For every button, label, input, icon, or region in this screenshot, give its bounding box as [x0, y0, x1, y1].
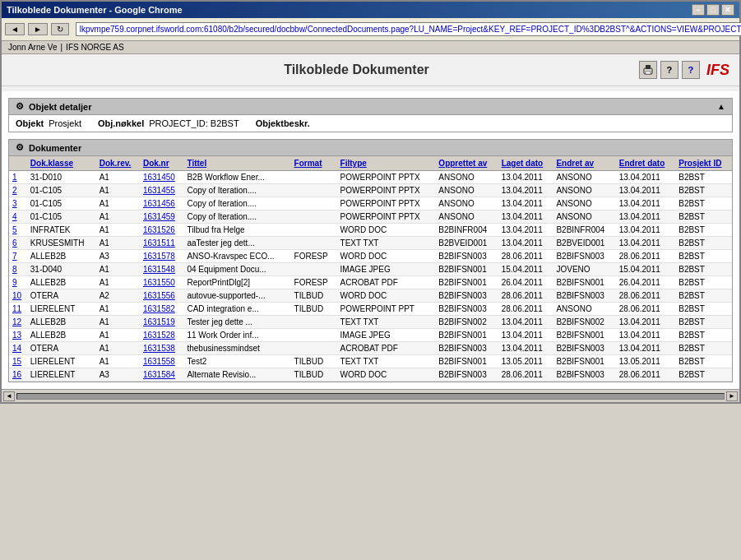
- row-number: 16: [9, 368, 27, 382]
- cell-6: POWERPOINT PPTX: [337, 197, 436, 211]
- cell-4: Test2: [183, 355, 290, 368]
- cell-1: 31-D040: [27, 263, 96, 276]
- col-dok-rev: Dok.rev.: [96, 156, 140, 171]
- help-icon[interactable]: ?: [660, 61, 678, 79]
- scroll-left-button[interactable]: ◄: [3, 391, 15, 401]
- cell-3: 1631519: [140, 316, 184, 329]
- browser-window: Tilkoblede Dokumenter - Google Chrome − …: [0, 0, 741, 404]
- cell-4: thebusinessmindset: [183, 342, 290, 355]
- cell-9: ANSONO: [553, 211, 615, 224]
- row-number: 6: [9, 237, 27, 250]
- table-header-row: Dok.klasse Dok.rev. Dok.nr Tittel Format…: [9, 156, 732, 171]
- cell-9: B2BIFSN002: [553, 316, 615, 329]
- cell-1: OTERA: [27, 342, 96, 355]
- col-num: [9, 156, 27, 171]
- cell-9: JOVENO: [553, 263, 615, 276]
- col-endret-av: Endret av: [553, 156, 615, 171]
- cell-10: 13.04.2011: [616, 211, 675, 224]
- cell-11: B2BST: [675, 197, 732, 211]
- cell-1: LIERELENT: [27, 303, 96, 316]
- cell-7: B2BIFSN001: [435, 263, 498, 276]
- cell-7: B2BIFSN002: [435, 316, 498, 329]
- close-button[interactable]: ✕: [721, 4, 734, 16]
- object-details-body: Objekt Prosjekt Obj.nøkkel PROJECT_ID: B…: [9, 115, 732, 132]
- cell-10: 13.04.2011: [616, 329, 675, 342]
- scroll-right-button[interactable]: ►: [726, 391, 738, 401]
- cell-8: 13.04.2011: [498, 342, 553, 355]
- col-opprettet-av: Opprettet av: [435, 156, 498, 171]
- cell-3: 1631455: [140, 184, 184, 197]
- table-row: 11LIERELENTA11631582CAD integration e...…: [9, 303, 732, 316]
- cell-8: 28.06.2011: [498, 289, 553, 303]
- cell-8: 28.06.2011: [498, 303, 553, 316]
- forward-button[interactable]: ►: [28, 23, 48, 35]
- cell-11: B2BST: [675, 289, 732, 303]
- col-laget-dato: Laget dato: [498, 156, 553, 171]
- cell-1: KRUSESMITH: [27, 237, 96, 250]
- cell-11: B2BST: [675, 171, 732, 184]
- col-dok-nr: Dok.nr: [140, 156, 184, 171]
- cell-10: 13.04.2011: [616, 197, 675, 211]
- cell-1: 01-C105: [27, 184, 96, 197]
- cell-10: 26.04.2011: [616, 276, 675, 289]
- cell-11: B2BST: [675, 329, 732, 342]
- collapse-button[interactable]: ▲: [717, 102, 725, 111]
- cell-9: B2BIFSN003: [553, 289, 615, 303]
- col-filtype: Filtype: [337, 156, 436, 171]
- cell-11: B2BST: [675, 237, 732, 250]
- cell-11: B2BST: [675, 211, 732, 224]
- cell-6: TEXT TXT: [337, 355, 436, 368]
- cell-8: 13.04.2011: [498, 171, 553, 184]
- address-bar[interactable]: lkpvmpe759.corpnet.ifsworld.com:61080/b2…: [76, 22, 741, 36]
- cell-4: B2B Workflow Ener...: [183, 171, 290, 184]
- table-row: 12ALLEB2BA11631519Tester jeg dette ...TE…: [9, 316, 732, 329]
- documents-section: ⚙ Dokumenter Dok.klasse Dok.rev. Dok.nr …: [8, 139, 733, 382]
- cell-4: autovue-supported-...: [183, 289, 290, 303]
- address-text: lkpvmpe759.corpnet.ifsworld.com:61080/b2…: [80, 25, 741, 34]
- back-button[interactable]: ◄: [5, 23, 25, 35]
- cell-6: IMAGE JPEG: [337, 263, 436, 276]
- table-row: 7ALLEB2BA31631578ANSO-Kravspec ECO...FOR…: [9, 250, 732, 263]
- cell-8: 13.04.2011: [498, 237, 553, 250]
- cell-1: OTERA: [27, 289, 96, 303]
- table-row: 15LIERELENTA11631558Test2TILBUDTEXT TXTB…: [9, 355, 732, 368]
- table-row: 401-C105A11631459Copy of Iteration....PO…: [9, 211, 732, 224]
- cell-2: A1: [96, 211, 140, 224]
- col-endret-dato: Endret dato: [616, 156, 675, 171]
- header-icons: ? ? IFS: [639, 61, 733, 79]
- cell-7: B2BIFSN003: [435, 303, 498, 316]
- cell-10: 13.04.2011: [616, 316, 675, 329]
- title-bar: Tilkoblede Dokumenter - Google Chrome − …: [2, 2, 739, 18]
- cell-6: POWERPOINT PPTX: [337, 171, 436, 184]
- cell-6: IMAGE JPEG: [337, 329, 436, 342]
- cell-2: A1: [96, 197, 140, 211]
- scroll-track[interactable]: [16, 393, 725, 400]
- cell-8: 13.04.2011: [498, 316, 553, 329]
- maximize-button[interactable]: □: [706, 4, 720, 16]
- cell-7: ANSONO: [435, 171, 498, 184]
- table-row: 201-C105A11631455Copy of Iteration....PO…: [9, 184, 732, 197]
- cell-3: 1631584: [140, 368, 184, 382]
- cell-9: B2BINFR004: [553, 224, 615, 237]
- cell-2: A1: [96, 263, 140, 276]
- horizontal-scrollbar[interactable]: ◄ ►: [2, 389, 739, 402]
- table-row: 9ALLEB2BA11631550ReportPrintDlg[2]FORESP…: [9, 276, 732, 289]
- cell-8: 26.04.2011: [498, 276, 553, 289]
- row-number: 13: [9, 329, 27, 342]
- info-icon[interactable]: ?: [682, 61, 700, 79]
- cell-8: 28.06.2011: [498, 368, 553, 382]
- documents-table-container: Dok.klasse Dok.rev. Dok.nr Tittel Format…: [9, 156, 732, 382]
- cell-9: B2BIFSN001: [553, 276, 615, 289]
- table-row: 16LIERELENTA31631584Alternate Revisio...…: [9, 368, 732, 382]
- row-number: 7: [9, 250, 27, 263]
- row-number: 2: [9, 184, 27, 197]
- cell-10: 28.06.2011: [616, 303, 675, 316]
- cell-1: LIERELENT: [27, 368, 96, 382]
- cell-2: A1: [96, 184, 140, 197]
- minimize-button[interactable]: −: [692, 4, 705, 16]
- cell-9: ANSONO: [553, 184, 615, 197]
- refresh-button[interactable]: ↻: [51, 23, 69, 35]
- cell-7: B2BIFSN003: [435, 289, 498, 303]
- print-icon[interactable]: [639, 61, 657, 79]
- documents-gear-icon: ⚙: [16, 142, 24, 153]
